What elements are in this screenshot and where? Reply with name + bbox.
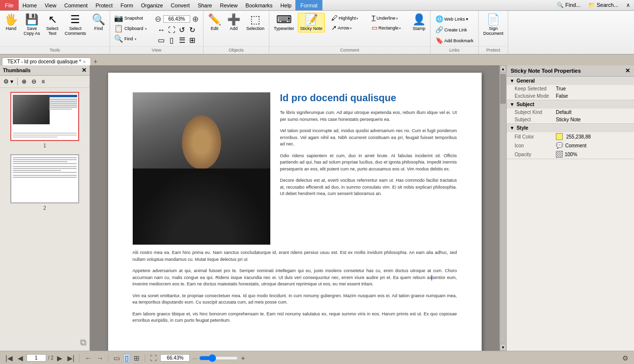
document-tab[interactable]: TEXT - Id pro docendi qualisque * × [2, 57, 91, 65]
highlight-button[interactable]: 🖊 Highlight▾ [329, 13, 369, 23]
thumbnail-item-2[interactable]: 2 [4, 154, 86, 211]
thumbnail-item-1[interactable]: 1 [4, 92, 86, 148]
fill-color-value: 255,238,88 [566, 134, 591, 140]
subject-kind-label: Subject Kind [515, 110, 554, 115]
scroll-down-button[interactable]: ▼ [500, 344, 506, 351]
create-link-button[interactable]: 🔗 Create Link [433, 25, 475, 34]
properties-close-button[interactable]: ✕ [625, 67, 630, 74]
menu-home[interactable]: Home [19, 0, 41, 10]
document-area[interactable]: Id pro docendi qualisque Te libris signi… [90, 65, 499, 351]
zoom-in-icon[interactable]: ⊕ [191, 14, 200, 24]
menu-form[interactable]: Form [116, 0, 137, 10]
menu-protect[interactable]: Protect [91, 0, 116, 10]
menu-file[interactable]: File [0, 0, 19, 10]
page-view-two[interactable]: ⊞ [132, 354, 141, 363]
typewriter-button[interactable]: ⌨ Typewriter [271, 13, 297, 32]
find-button[interactable]: 🔍 Find [89, 13, 108, 32]
last-page-button[interactable]: ▶| [66, 354, 76, 363]
arrow-button[interactable]: ↗ Arrow▾ [329, 23, 369, 32]
thumb-settings-btn[interactable]: ⚙ ▾ [1, 77, 15, 86]
menu-view[interactable]: View [41, 0, 60, 10]
tab-add-button[interactable]: + [91, 57, 99, 65]
scroll-up-button[interactable]: ▲ [500, 65, 506, 72]
status-zoom-input[interactable]: 66.43% [160, 354, 190, 362]
sign-document-button[interactable]: 📄 SignDocument [481, 13, 506, 37]
web-links-button[interactable]: 🌐 Web Links ▾ [433, 14, 475, 24]
thumbnails-close[interactable]: ✕ [82, 67, 86, 74]
hand-icon: 🖐 [4, 14, 18, 25]
page-number-input[interactable] [27, 354, 46, 362]
keep-selected-label: Keep Selected [515, 86, 554, 91]
scroll-thumb[interactable] [500, 74, 506, 104]
page-layout-4[interactable]: ⊞ [187, 35, 197, 45]
subject-section-header[interactable]: ▼ Subject [507, 100, 634, 109]
zoom-fit-width[interactable]: ↔ [156, 25, 166, 34]
thumbnail-page-1[interactable] [10, 92, 79, 141]
menu-search[interactable]: 📁 Search... [584, 0, 622, 10]
menu-help[interactable]: Help [277, 0, 296, 10]
menu-convert[interactable]: Convert [167, 0, 194, 10]
general-section-header[interactable]: ▼ General [507, 77, 634, 85]
menu-organize[interactable]: Organize [137, 0, 167, 10]
zoom-controls: ⊖ 66.43% ⊕ [153, 14, 200, 24]
snapshot-button[interactable]: 📷 Snapshot [112, 13, 151, 23]
save-icon: 💾 [25, 14, 38, 25]
sticky-note-button[interactable]: 📝 Sticky Note [298, 13, 325, 32]
page-view-cont[interactable]: ▯ [123, 354, 130, 363]
page-layout-3[interactable]: ☰ [177, 35, 187, 45]
selection-button[interactable]: ⬚ Selection [244, 13, 267, 32]
copy-icon[interactable]: ⧉ [80, 337, 86, 348]
icon-value: Comment [565, 143, 586, 148]
status-zoom-in[interactable]: + [239, 354, 246, 363]
thumb-menu-btn[interactable]: ≡ [39, 77, 47, 86]
select-comments-button[interactable]: ☰ SelectComments [62, 13, 89, 37]
save-copy-as-button[interactable]: 💾 SaveCopy As [21, 13, 43, 37]
page-layout-1[interactable]: ▭ [156, 35, 166, 45]
nav-back-button[interactable]: ← [83, 354, 93, 363]
status-settings-button[interactable]: ⚙ [621, 354, 630, 363]
page-view-single[interactable]: ▭ [112, 354, 121, 363]
prev-page-button[interactable]: ◀ [16, 354, 25, 363]
find-view-button[interactable]: 🔍 Find ▾ [112, 33, 151, 43]
edit-button[interactable]: ✏️ Edit [205, 13, 224, 32]
thumb-add-btn[interactable]: ⊕ [20, 77, 29, 86]
tab-close-button[interactable]: × [83, 59, 86, 64]
add-bookmark-button[interactable]: 🔖 Add Bookmark [433, 35, 475, 45]
menu-share[interactable]: Share [194, 0, 216, 10]
style-section-header[interactable]: ▼ Style [507, 124, 634, 132]
menu-review[interactable]: Review [216, 0, 241, 10]
first-page-button[interactable]: |◀ [4, 354, 14, 363]
icon-label: Icon [515, 143, 554, 148]
clipboard-button[interactable]: 📋 Clipboard ▾ [112, 23, 151, 33]
menu-comment[interactable]: Comment [60, 0, 92, 10]
menu-format[interactable]: Format [295, 0, 322, 10]
thumbnail-label-1: 1 [43, 143, 46, 148]
menu-expand[interactable]: ∧ [622, 0, 634, 10]
zoom-slider[interactable] [199, 355, 238, 362]
thumbnails-title: Thumbnails [3, 68, 30, 73]
nav-forward-button[interactable]: → [95, 354, 105, 363]
thumb-minus-btn[interactable]: ⊖ [29, 77, 38, 86]
rectangle-button[interactable]: ▭ Rectangle▾ [370, 23, 409, 32]
add-button[interactable]: ➕ Add [225, 13, 243, 32]
vertical-scrollbar[interactable]: ▲ ▼ [499, 65, 506, 351]
underline-button[interactable]: T Underline▾ [370, 13, 409, 23]
stamp-button[interactable]: 👤 Stamp [410, 13, 428, 32]
menu-find[interactable]: 🔍 Find... [553, 0, 584, 10]
rotate-left[interactable]: ↺ [177, 25, 187, 34]
page-layout-2[interactable]: ▯ [167, 35, 176, 45]
next-page-button[interactable]: ▶ [56, 354, 64, 363]
thumbnail-page-2[interactable] [10, 154, 79, 203]
hand-button[interactable]: 🖐 Hand [2, 13, 20, 32]
zoom-mode-fit[interactable]: ⛶ [148, 354, 158, 363]
thumbnail-label-2: 2 [43, 205, 46, 211]
zoom-fit-page[interactable]: ⛶ [167, 25, 176, 34]
fill-color-swatch[interactable] [556, 133, 563, 140]
menu-bookmarks[interactable]: Bookmarks [242, 0, 277, 10]
zoom-out-icon[interactable]: ⊖ [153, 14, 163, 24]
properties-title: Sticky Note Tool Properties [511, 68, 581, 74]
select-text-button[interactable]: ↖ SelectText [44, 13, 61, 37]
thumbnails-toolbar: ⚙ ▾ ⊕ ⊖ ≡ [0, 76, 89, 88]
rotate-right[interactable]: ↻ [187, 25, 197, 34]
zoom-input[interactable]: 66.43% [163, 15, 190, 23]
